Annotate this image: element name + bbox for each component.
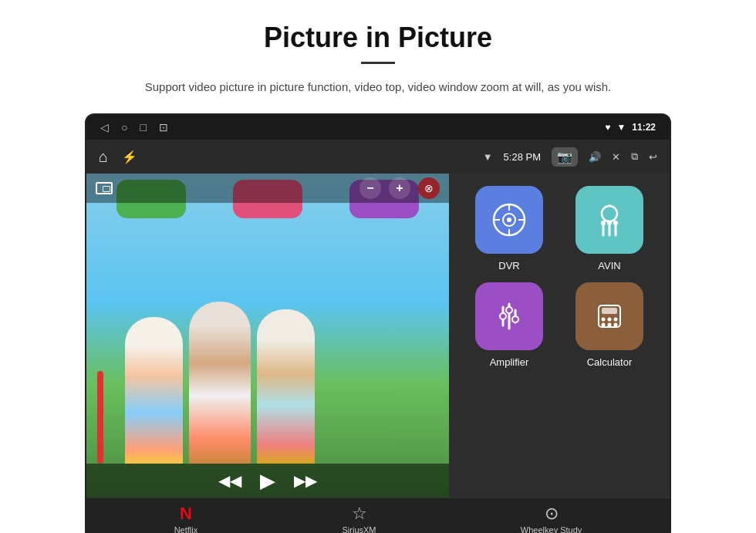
- svg-point-20: [512, 316, 518, 322]
- svg-point-14: [613, 221, 618, 225]
- dock-label-siriusxm: SiriusXM: [343, 525, 376, 534]
- siriusxm-icon: ☆: [352, 504, 367, 524]
- status-bar-right: ♥ ▼ 11:22: [605, 122, 656, 133]
- play-button[interactable]: ▶: [260, 469, 275, 493]
- close-icon[interactable]: ✕: [612, 151, 620, 163]
- dock-label-wheelkey: Wheelkey Study: [521, 525, 582, 534]
- svg-point-2: [507, 218, 511, 222]
- apps-area: DVR: [449, 174, 670, 498]
- svg-point-12: [601, 221, 606, 225]
- recent-icon[interactable]: □: [140, 121, 146, 133]
- dock-item-netflix[interactable]: N Netflix: [174, 504, 198, 534]
- pip-plus-btn[interactable]: +: [389, 177, 410, 199]
- status-bar-left: ◁ ○ □ ⊡: [100, 121, 168, 133]
- back-icon[interactable]: ◁: [100, 121, 109, 133]
- svg-point-26: [602, 323, 606, 327]
- app-icon-dvr: [475, 186, 543, 254]
- svg-point-19: [506, 307, 512, 313]
- prev-button[interactable]: ◀◀: [218, 471, 241, 490]
- app-item-amplifier[interactable]: Amplifier: [464, 282, 554, 368]
- dock-label-netflix: Netflix: [174, 525, 198, 534]
- apps-grid: DVR: [457, 186, 662, 368]
- app-icon-calculator: [575, 282, 643, 350]
- pip-close-btn[interactable]: ⊗: [418, 177, 440, 199]
- location-icon: ♥: [605, 122, 610, 133]
- app-icon-amplifier: [475, 282, 543, 350]
- svg-point-27: [608, 323, 612, 327]
- next-button[interactable]: ▶▶: [294, 471, 317, 490]
- pip-controls-bottom: ◀◀ ▶ ▶▶: [86, 464, 449, 498]
- title-divider: [361, 62, 395, 64]
- app-label-calculator: Calculator: [587, 356, 633, 368]
- svg-point-13: [607, 221, 612, 225]
- volume-icon[interactable]: 🔊: [589, 151, 601, 163]
- svg-point-24: [608, 318, 612, 322]
- screenshot-icon[interactable]: ⊡: [159, 121, 168, 133]
- page-title: Picture in Picture: [264, 22, 492, 54]
- status-bar: ◁ ○ □ ⊡ ♥ ▼ 11:22: [86, 115, 670, 140]
- close-circle-icon: ⊗: [424, 182, 434, 194]
- toolbar: ⌂ ⚡ ▼ 5:28 PM 📷 🔊 ✕ ⧉ ↩: [86, 140, 670, 174]
- svg-point-28: [614, 323, 618, 327]
- page-container: Picture in Picture Support video picture…: [0, 0, 756, 533]
- dock-item-siriusxm[interactable]: ☆ SiriusXM: [343, 504, 376, 534]
- app-label-avin: AVIN: [598, 260, 620, 272]
- app-item-calculator[interactable]: Calculator: [565, 282, 654, 368]
- app-item-avin[interactable]: AVIN: [565, 186, 654, 272]
- wifi-icon: ▼: [483, 151, 493, 163]
- app-label-amplifier: Amplifier: [490, 356, 529, 368]
- wheelkey-icon: ⊙: [545, 504, 559, 524]
- pip-minus-btn[interactable]: −: [359, 177, 381, 199]
- toolbar-time: 5:28 PM: [504, 151, 541, 163]
- app-label-dvr: DVR: [498, 260, 519, 272]
- svg-point-7: [602, 206, 617, 221]
- toolbar-right: ▼ 5:28 PM 📷 🔊 ✕ ⧉ ↩: [483, 147, 657, 167]
- toolbar-left: ⌂ ⚡: [99, 148, 137, 166]
- back-button[interactable]: ↩: [649, 151, 657, 163]
- pip-area: − + ⊗: [86, 174, 449, 498]
- pip-window-icon: [96, 182, 113, 194]
- device-frame: ◁ ○ □ ⊡ ♥ ▼ 11:22 ⌂ ⚡ ▼ 5:28 PM 📷 🔊: [85, 113, 671, 533]
- main-content: − + ⊗: [86, 174, 670, 498]
- camera-button[interactable]: 📷: [552, 147, 578, 167]
- svg-point-25: [614, 318, 618, 322]
- app-icon-avin: [575, 186, 643, 254]
- svg-point-18: [500, 313, 506, 319]
- netflix-icon: N: [180, 504, 192, 524]
- dock-item-wheelkey[interactable]: ⊙ Wheelkey Study: [521, 504, 582, 534]
- page-subtitle: Support video picture in picture functio…: [145, 78, 611, 96]
- svg-point-23: [602, 318, 606, 322]
- pip-icon[interactable]: ⧉: [631, 150, 638, 163]
- home-icon[interactable]: ○: [121, 121, 127, 133]
- dock: N Netflix ☆ SiriusXM ⊙ Wheelkey Study: [86, 498, 670, 533]
- signal-icon: ▼: [616, 122, 626, 133]
- app-item-dvr[interactable]: DVR: [464, 186, 554, 272]
- pip-controls-top: − + ⊗: [86, 174, 449, 203]
- svg-rect-22: [602, 308, 617, 314]
- usb-icon: ⚡: [122, 150, 137, 164]
- home-button[interactable]: ⌂: [99, 148, 108, 166]
- clock: 11:22: [632, 122, 656, 133]
